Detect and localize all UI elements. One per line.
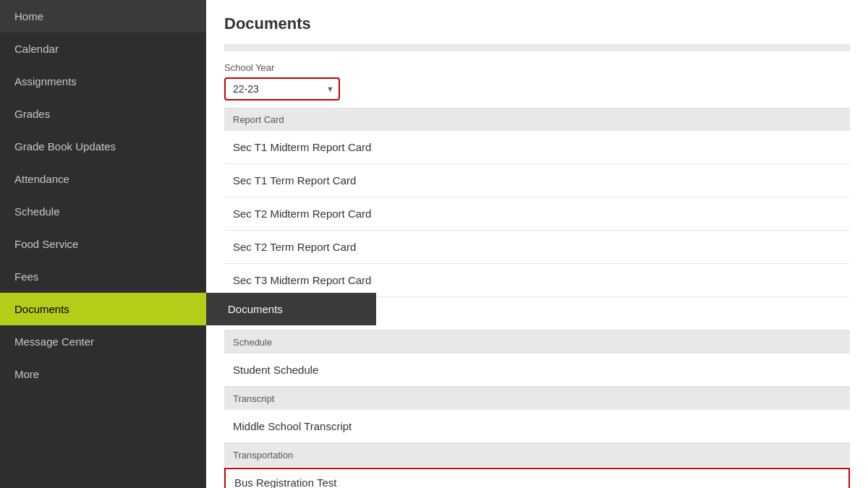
sidebar-item-label: Grade Book Updates: [14, 140, 116, 153]
sidebar-item-label: Grades: [14, 108, 50, 120]
sidebar: Home Calendar Assignments Grades Grade B…: [0, 0, 206, 488]
sidebar-item-label: Assignments: [14, 75, 77, 87]
page-title: Documents: [224, 14, 850, 33]
school-year-label: School Year: [224, 62, 850, 73]
sidebar-item-calendar[interactable]: Calendar: [0, 33, 206, 65]
sidebar-item-label: Food Service: [14, 238, 78, 250]
school-year-select-wrapper: 22-23 21-22 20-21: [224, 77, 340, 100]
sidebar-item-schedule[interactable]: Schedule: [0, 195, 206, 228]
sidebar-item-message-center[interactable]: Message Center: [0, 325, 206, 358]
bus-registration-row[interactable]: Bus Registration Test Created: 04/19/202…: [224, 468, 850, 488]
doc-row-sec-t2-midterm[interactable]: Sec T2 Midterm Report Card: [224, 197, 850, 231]
submenu-documents[interactable]: Documents: [206, 293, 376, 325]
sidebar-item-home[interactable]: Home: [0, 0, 206, 33]
section-header-transportation: Transportation: [224, 443, 850, 466]
sidebar-item-label: Message Center: [14, 335, 94, 348]
sidebar-item-fees[interactable]: Fees: [0, 260, 206, 293]
school-year-section: School Year 22-23 21-22 20-21: [224, 62, 850, 100]
section-header-report-card: Report Card: [224, 108, 850, 131]
submenu-label: Documents: [228, 303, 283, 315]
sidebar-item-assignments[interactable]: Assignments: [0, 65, 206, 98]
sidebar-item-label: Fees: [14, 270, 38, 283]
sidebar-item-label: Home: [14, 10, 43, 22]
sidebar-item-label: More: [14, 368, 39, 380]
doc-row-student-schedule[interactable]: Student Schedule: [224, 354, 850, 387]
main-content: Documents School Year 22-23 21-22 20-21 …: [206, 0, 868, 488]
doc-row-sec-t2-term[interactable]: Sec T2 Term Report Card: [224, 231, 850, 264]
sidebar-item-attendance[interactable]: Attendance: [0, 163, 206, 195]
sidebar-item-label: Attendance: [14, 173, 69, 185]
sidebar-item-label: Documents: [14, 303, 69, 315]
school-year-select[interactable]: 22-23 21-22 20-21: [224, 77, 340, 100]
sidebar-item-label: Schedule: [14, 205, 60, 218]
section-header-transcript: Transcript: [224, 387, 850, 410]
section-header-schedule: Schedule: [224, 330, 850, 354]
sidebar-item-grade-book-updates[interactable]: Grade Book Updates: [0, 130, 206, 163]
sidebar-item-label: Calendar: [14, 43, 59, 55]
bus-registration-title: Bus Registration Test: [234, 476, 840, 488]
doc-row-middle-school-transcript[interactable]: Middle School Transcript: [224, 410, 850, 443]
top-bar-divider: [224, 44, 850, 51]
doc-row-sec-t1-midterm[interactable]: Sec T1 Midterm Report Card: [224, 131, 850, 164]
sidebar-item-food-service[interactable]: Food Service: [0, 228, 206, 260]
sidebar-item-documents[interactable]: Documents Documents: [0, 293, 206, 325]
sidebar-item-grades[interactable]: Grades: [0, 98, 206, 130]
content-area: Documents School Year 22-23 21-22 20-21 …: [224, 14, 850, 488]
doc-row-sec-t1-term[interactable]: Sec T1 Term Report Card: [224, 164, 850, 197]
sidebar-item-more[interactable]: More: [0, 358, 206, 390]
